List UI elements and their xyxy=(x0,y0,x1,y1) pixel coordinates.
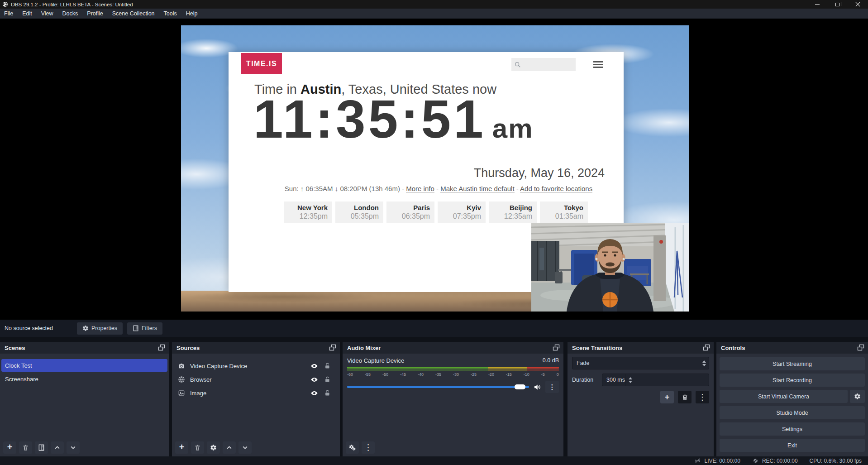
studio-mode-button[interactable]: Studio Mode xyxy=(720,406,865,419)
source-toolbar: No source selected Properties Filters xyxy=(0,320,868,337)
source-properties-button[interactable] xyxy=(207,441,220,454)
speaker-icon[interactable] xyxy=(533,383,541,391)
popout-icon[interactable] xyxy=(553,344,560,351)
scene-item-clock-test[interactable]: Clock Test xyxy=(1,359,167,372)
add-source-button[interactable]: + xyxy=(175,441,188,454)
popout-icon[interactable] xyxy=(703,344,710,351)
source-item-image[interactable]: Image xyxy=(172,386,340,400)
remove-transition-button[interactable] xyxy=(678,391,692,403)
city-chip: New York12:35pm xyxy=(284,201,332,223)
titlebar[interactable]: OBS 29.1.2 - Profile: LLHLS BETA - Scene… xyxy=(0,0,868,9)
clock-ampm: am xyxy=(492,113,534,144)
timeis-clock: 11:35:51 am xyxy=(253,87,611,152)
menu-help[interactable]: Help xyxy=(181,9,202,19)
audio-level-db: 0.0 dB xyxy=(543,357,559,364)
close-button[interactable] xyxy=(848,0,868,9)
search-icon xyxy=(514,61,521,68)
sources-toolbar: + xyxy=(172,438,340,456)
remove-source-button[interactable] xyxy=(191,441,204,454)
cpu-fps-stats: CPU: 0.6%, 30.00 fps xyxy=(810,458,862,464)
transition-menu-button[interactable]: ⋮ xyxy=(696,391,709,403)
obs-window: OBS 29.1.2 - Profile: LLHLS BETA - Scene… xyxy=(0,0,868,465)
sources-list: Video Capture Device Browser Image xyxy=(172,354,340,438)
duration-spinner[interactable]: 300 ms xyxy=(602,374,709,386)
trash-icon xyxy=(682,394,688,401)
controls-header: Controls xyxy=(716,342,868,354)
menu-view[interactable]: View xyxy=(37,9,58,19)
scenes-toolbar: + xyxy=(0,438,169,456)
audio-channel-menu-button[interactable]: ⋮ xyxy=(545,381,559,393)
scene-down-button[interactable] xyxy=(67,441,80,454)
visibility-eye-icon[interactable] xyxy=(310,389,318,397)
lock-icon[interactable] xyxy=(324,390,331,397)
add-scene-button[interactable]: + xyxy=(3,441,16,454)
menu-file[interactable]: File xyxy=(0,9,18,19)
live-time: LIVE: 00:00:00 xyxy=(704,458,740,464)
menu-profile[interactable]: Profile xyxy=(82,9,107,19)
start-recording-button[interactable]: Start Recording xyxy=(720,374,865,387)
popout-icon[interactable] xyxy=(329,344,336,351)
source-item-browser[interactable]: Browser xyxy=(172,373,340,386)
window-title: OBS 29.1.2 - Profile: LLHLS BETA - Scene… xyxy=(11,2,133,7)
duration-spinner-arrows[interactable] xyxy=(625,374,635,386)
source-item-video-capture[interactable]: Video Capture Device xyxy=(172,359,340,373)
popout-icon[interactable] xyxy=(857,344,864,351)
source-down-button[interactable] xyxy=(238,441,252,454)
menu-tools[interactable]: Tools xyxy=(159,9,181,19)
selected-source-status: No source selected xyxy=(5,325,77,331)
timeis-logo: TIME.IS xyxy=(241,53,282,74)
hamburger-menu-icon xyxy=(593,61,603,68)
popout-icon[interactable] xyxy=(158,344,165,351)
scene-item-screenshare[interactable]: Screenshare xyxy=(1,373,167,385)
controls-panel: Controls Start Streaming Start Recording… xyxy=(716,342,868,456)
scenes-list: Clock Test Screenshare xyxy=(0,354,169,438)
audio-mixer-header: Audio Mixer xyxy=(343,342,563,354)
start-streaming-button[interactable]: Start Streaming xyxy=(720,357,865,370)
scene-canvas[interactable]: TIME.IS Time in Austin, Texas, United St… xyxy=(181,25,689,312)
properties-button[interactable]: Properties xyxy=(77,322,123,335)
chevron-up-icon xyxy=(226,444,233,451)
menu-scene-collection[interactable]: Scene Collection xyxy=(108,9,159,19)
start-virtual-camera-button[interactable]: Start Virtual Camera xyxy=(720,390,848,403)
filters-button[interactable]: Filters xyxy=(127,322,162,335)
lock-icon[interactable] xyxy=(324,376,331,383)
volume-slider[interactable] xyxy=(347,386,529,388)
source-up-button[interactable] xyxy=(223,441,236,454)
chevron-down-icon xyxy=(242,444,248,451)
menu-docks[interactable]: Docks xyxy=(58,9,83,19)
exit-button[interactable]: Exit xyxy=(720,439,865,452)
visibility-eye-icon[interactable] xyxy=(310,376,318,384)
transition-select-arrows[interactable] xyxy=(699,357,709,369)
city-chip: Beijing12:35am xyxy=(489,201,537,223)
settings-button[interactable]: Settings xyxy=(720,422,865,436)
remove-scene-button[interactable] xyxy=(19,441,32,454)
sources-panel-header: Sources xyxy=(172,342,340,354)
restore-button[interactable] xyxy=(827,0,848,9)
scene-transitions-header: Scene Transitions xyxy=(568,342,714,354)
city-chip: Paris06:35pm xyxy=(386,201,434,223)
chevron-up-icon xyxy=(54,444,61,451)
scene-filters-button[interactable] xyxy=(35,441,48,454)
menu-edit[interactable]: Edit xyxy=(18,9,37,19)
gear-icon xyxy=(210,444,217,451)
timeis-search-box xyxy=(511,58,576,71)
audio-mixer-menu-button[interactable]: ⋮ xyxy=(362,441,375,454)
city-chip: London05:35pm xyxy=(335,201,383,223)
filters-icon xyxy=(38,444,45,451)
globe-icon xyxy=(178,376,185,383)
volume-slider-handle[interactable] xyxy=(515,384,525,389)
transition-select[interactable]: Fade xyxy=(572,357,709,369)
minimize-icon xyxy=(815,4,820,5)
timeis-sun-info: Sun: ↑ 06:35AM ↓ 08:20PM (13h 46m) - Mor… xyxy=(229,185,624,192)
scene-up-button[interactable] xyxy=(51,441,64,454)
advanced-audio-button[interactable] xyxy=(346,441,359,454)
add-transition-button[interactable]: + xyxy=(660,391,674,403)
preview-stage: TIME.IS Time in Austin, Texas, United St… xyxy=(0,19,868,320)
close-icon xyxy=(855,2,860,7)
minimize-button[interactable] xyxy=(807,0,827,9)
visibility-eye-icon[interactable] xyxy=(310,362,318,370)
audio-mixer-panel: Audio Mixer Video Capture Device 0.0 dB … xyxy=(343,342,563,456)
lock-icon[interactable] xyxy=(324,363,331,369)
gear-icon xyxy=(854,393,861,400)
virtual-camera-settings-button[interactable] xyxy=(850,390,865,403)
